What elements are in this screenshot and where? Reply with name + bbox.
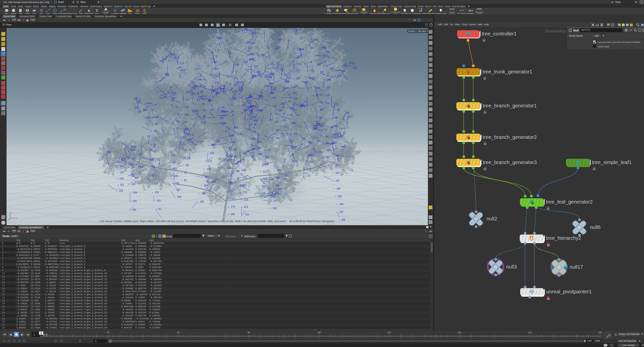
svg-text:259: 259 <box>293 97 297 100</box>
svg-text:305: 305 <box>267 187 271 190</box>
svg-text:156: 156 <box>151 166 155 168</box>
svg-text:324: 324 <box>278 38 282 41</box>
svg-text:77: 77 <box>191 141 194 144</box>
svg-text:358: 358 <box>129 163 133 166</box>
svg-text:321: 321 <box>266 46 270 48</box>
svg-text:219: 219 <box>218 37 223 40</box>
svg-text:313: 313 <box>190 81 195 84</box>
svg-text:62: 62 <box>253 130 256 133</box>
svg-text:80: 80 <box>186 164 189 167</box>
svg-text:220: 220 <box>249 58 254 61</box>
svg-text:338: 338 <box>216 140 220 143</box>
svg-text:293: 293 <box>292 146 296 149</box>
svg-text:10: 10 <box>271 63 274 66</box>
svg-text:238: 238 <box>253 75 257 78</box>
svg-text:268: 268 <box>345 111 349 114</box>
svg-text:142: 142 <box>274 112 278 115</box>
svg-text:88: 88 <box>156 116 159 119</box>
svg-text:210: 210 <box>528 331 532 334</box>
svg-text:165: 165 <box>174 175 178 177</box>
svg-text:327: 327 <box>288 77 292 80</box>
svg-text:362: 362 <box>340 135 344 137</box>
svg-text:114: 114 <box>247 41 251 43</box>
svg-text:244: 244 <box>146 116 150 119</box>
svg-text:287: 287 <box>211 143 215 146</box>
svg-text:187: 187 <box>339 211 344 213</box>
svg-text:141: 141 <box>273 104 277 107</box>
svg-text:31: 31 <box>203 109 206 112</box>
svg-text:308: 308 <box>269 82 273 85</box>
svg-text:63: 63 <box>252 137 255 140</box>
svg-text:203: 203 <box>277 169 281 172</box>
svg-text:81: 81 <box>184 171 187 174</box>
svg-text:317: 317 <box>252 42 256 45</box>
svg-text:355: 355 <box>172 92 176 95</box>
svg-text:298: 298 <box>139 166 144 168</box>
svg-text:140: 140 <box>271 96 276 99</box>
svg-text:277: 277 <box>147 135 151 138</box>
svg-text:82: 82 <box>184 179 187 182</box>
svg-text:69: 69 <box>236 170 239 173</box>
svg-text:139: 139 <box>272 88 276 91</box>
svg-text:278: 278 <box>138 153 143 156</box>
svg-text:248: 248 <box>210 108 214 111</box>
svg-text:286: 286 <box>258 153 263 156</box>
svg-text:237: 237 <box>276 46 280 49</box>
svg-text:86: 86 <box>327 149 330 152</box>
svg-text:134: 134 <box>325 102 329 104</box>
svg-text:138: 138 <box>241 104 245 107</box>
svg-text:71: 71 <box>289 134 292 136</box>
svg-text:92: 92 <box>153 143 156 146</box>
svg-text:309: 309 <box>259 95 263 98</box>
svg-text:61: 61 <box>254 123 257 126</box>
svg-text:70: 70 <box>237 177 240 180</box>
svg-text:97: 97 <box>334 133 337 136</box>
svg-text:33: 33 <box>203 121 206 124</box>
svg-text:13: 13 <box>234 76 237 79</box>
svg-text:354: 354 <box>162 58 166 61</box>
svg-text:184: 184 <box>336 187 341 190</box>
svg-text:359: 359 <box>121 157 125 160</box>
svg-text:366: 366 <box>221 111 226 113</box>
svg-text:44: 44 <box>221 106 224 109</box>
svg-text:159: 159 <box>155 191 159 194</box>
svg-text:172: 172 <box>306 175 310 177</box>
svg-text:74: 74 <box>291 153 294 156</box>
svg-text:329: 329 <box>304 82 308 84</box>
svg-text:306: 306 <box>271 195 275 198</box>
svg-text:198: 198 <box>120 165 124 168</box>
svg-text:179: 179 <box>231 205 235 208</box>
svg-text:302: 302 <box>284 174 289 177</box>
svg-text:94: 94 <box>337 108 340 111</box>
svg-text:283: 283 <box>237 161 241 164</box>
svg-text:129: 129 <box>215 74 219 77</box>
svg-text:146: 146 <box>186 91 190 94</box>
svg-text:i: i <box>639 29 640 31</box>
svg-text:369: 369 <box>301 105 305 107</box>
svg-text:320: 320 <box>243 28 248 31</box>
svg-text:230: 230 <box>317 63 321 66</box>
svg-text:240: 240 <box>598 331 602 334</box>
svg-text:17: 17 <box>231 103 234 106</box>
svg-text:264: 264 <box>292 122 296 124</box>
svg-text:50: 50 <box>283 119 286 122</box>
svg-text:350: 350 <box>330 67 334 70</box>
svg-text:341: 341 <box>301 137 306 140</box>
svg-text:79: 79 <box>187 156 190 159</box>
svg-text:371: 371 <box>268 76 272 79</box>
svg-text:339: 339 <box>192 109 196 112</box>
svg-text:83: 83 <box>325 129 328 131</box>
svg-text:3: 3 <box>216 55 217 58</box>
svg-text:57: 57 <box>177 113 180 116</box>
svg-text:249: 249 <box>219 117 224 120</box>
svg-text:93: 93 <box>152 150 155 153</box>
svg-text:262: 262 <box>281 102 286 105</box>
svg-text:202: 202 <box>119 189 123 192</box>
svg-text:192: 192 <box>131 174 135 177</box>
svg-text:2: 2 <box>218 49 219 52</box>
svg-text:194: 194 <box>133 191 137 194</box>
svg-text:108: 108 <box>265 156 269 159</box>
svg-text:294: 294 <box>318 151 323 153</box>
svg-text:254: 254 <box>232 98 236 100</box>
svg-text:119: 119 <box>256 71 260 74</box>
